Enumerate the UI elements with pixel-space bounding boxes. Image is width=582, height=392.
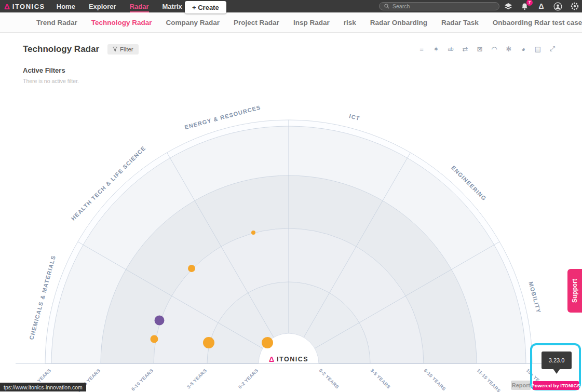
search-placeholder: Search — [392, 3, 410, 9]
sliders-settings-icon[interactable]: ⇄ — [461, 44, 470, 53]
support-tab-label: Support — [571, 279, 578, 303]
radar-toolbar: ≡ ✶ ab ⇄ ⊠ ◠ ✻ ◕ ▤ ⤢ — [417, 44, 557, 53]
nav-item-home[interactable]: Home — [57, 1, 75, 12]
active-filters-empty-text: There is no active filter. — [23, 78, 79, 84]
active-filters-heading: Active Filters — [23, 66, 79, 74]
search-icon — [384, 4, 389, 9]
radar-blip[interactable] — [262, 337, 273, 348]
funnel-icon — [113, 47, 117, 52]
itonics-wordmark: ITONICS — [277, 356, 308, 363]
notification-badge: 7 — [526, 0, 533, 6]
status-url-bar: tps://www.itonics-innovation.com — [0, 383, 86, 391]
account-icon[interactable] — [553, 2, 562, 11]
active-filters-section: Active Filters There is no active filter… — [23, 66, 79, 84]
technology-radar-chart[interactable]: CHEMICALS & MATERIALS HEALTH TECH & LIFE… — [0, 88, 582, 392]
itonics-triangle-icon: Δ — [269, 355, 274, 363]
tab-company-radar[interactable]: Company Radar — [166, 19, 220, 26]
itonics-triangle-icon: Δ — [4, 3, 10, 10]
radar-blip[interactable] — [151, 335, 158, 343]
filter-button-label: Filter — [120, 46, 133, 52]
ring-label-left-3-5: 3-5 YEARS — [186, 368, 208, 389]
version-tooltip: 3.23.0 — [542, 352, 572, 369]
sector-label-mobility: MOBILITY — [527, 281, 542, 314]
ring-label-right-3-5: 3-5 YEARS — [370, 368, 391, 389]
sparkle-highlight-icon[interactable]: ✶ — [431, 44, 441, 53]
powered-by-itonics-link[interactable]: Powered by ITONICS — [533, 381, 579, 390]
ring-label-right-11-15: 11-15 YEARS — [476, 368, 502, 392]
create-button[interactable]: + Create — [185, 1, 226, 13]
notifications-bell-icon[interactable]: 7 — [520, 2, 529, 11]
radar-blip[interactable] — [155, 316, 165, 326]
itonics-wordmark: ITONICS — [12, 3, 45, 10]
settings-gear-icon[interactable] — [570, 2, 579, 11]
ring-label-left-0-2: 0-2 YEARS — [237, 368, 259, 389]
tab-radar-onbarding[interactable]: Radar Onbarding — [370, 19, 427, 26]
search-input[interactable]: Search — [379, 2, 499, 10]
tab-radar-task[interactable]: Radar Task — [441, 19, 479, 26]
sector-label-ict: ICT — [348, 113, 361, 121]
nav-item-radar[interactable]: Radar — [130, 1, 149, 12]
fullscreen-icon[interactable]: ⤢ — [548, 44, 557, 53]
legend-list-icon[interactable]: ≡ — [417, 44, 426, 53]
radar-blip[interactable] — [251, 231, 255, 235]
ring-label-right-6-10: 6-10 YEARS — [423, 368, 447, 391]
snowflake-cluster-icon[interactable]: ✻ — [504, 44, 513, 53]
top-navigation: Δ ITONICS Home Explorer Radar Matrix •••… — [0, 0, 582, 12]
filter-button[interactable]: Filter — [107, 44, 139, 55]
labels-icon[interactable]: ab — [446, 44, 455, 53]
tab-technology-radar[interactable]: Technology Radar — [91, 19, 152, 26]
tab-risk[interactable]: risk — [344, 19, 356, 26]
nav-item-explorer[interactable]: Explorer — [89, 1, 116, 12]
radar-blip[interactable] — [203, 337, 214, 348]
main-menu: Home Explorer Radar Matrix — [57, 1, 182, 12]
page-header: Technology Radar Filter — [23, 44, 139, 55]
tab-project-radar[interactable]: Project Radar — [234, 19, 279, 26]
nav-icon-group: 7 Δ — [504, 0, 579, 12]
radar-center-logo: Δ ITONICS — [263, 355, 315, 363]
radar-tabbar: Trend Radar Technology Radar Company Rad… — [0, 12, 582, 33]
page-title: Technology Radar — [23, 44, 99, 55]
tab-insp-radar[interactable]: Insp Radar — [293, 19, 330, 26]
tab-trend-radar[interactable]: Trend Radar — [36, 19, 77, 26]
courses-layers-icon[interactable] — [504, 2, 512, 11]
tab-onbaording-rdar-test-cases[interactable]: Onbaording Rdar test cases — [493, 19, 582, 26]
export-pdf-icon[interactable]: ▤ — [533, 44, 543, 53]
arc-view-icon[interactable]: ◠ — [490, 44, 499, 53]
support-tab[interactable]: Support — [567, 269, 582, 313]
pie-chart-icon[interactable]: ◕ — [519, 44, 528, 53]
nav-item-matrix[interactable]: Matrix — [163, 1, 182, 12]
radar-blip[interactable] — [188, 265, 195, 272]
ring-label-left-6-10: 6-10 YEARS — [130, 368, 154, 391]
itonics-a-icon[interactable]: Δ — [537, 2, 546, 11]
ring-label-right-0-2: 0-2 YEARS — [318, 368, 340, 389]
export-image-icon[interactable]: ⊠ — [475, 44, 484, 53]
itonics-logo[interactable]: Δ ITONICS — [0, 3, 52, 10]
report-button[interactable]: Report — [511, 381, 531, 390]
